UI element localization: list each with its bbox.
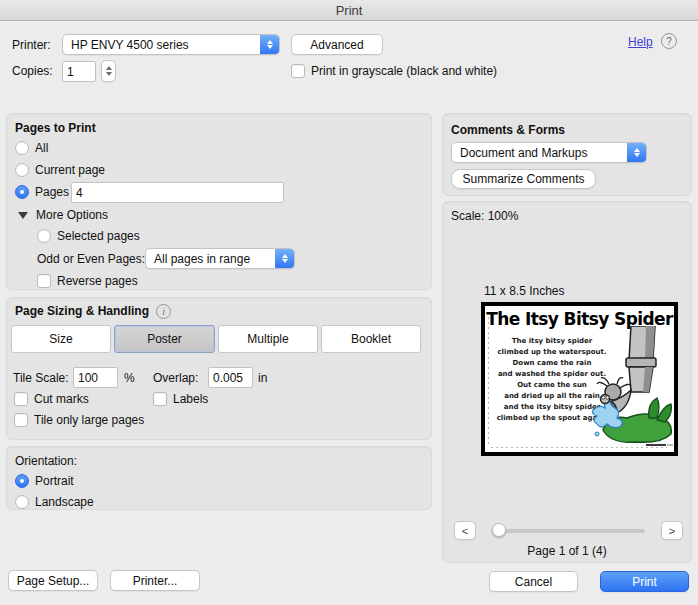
grayscale-label: Print in grayscale (black and white) [311,63,497,79]
overlap-input[interactable] [208,367,253,388]
multiple-button[interactable]: Multiple [218,325,318,353]
pages-to-print-title: Pages to Print [15,120,96,136]
page-preview: The Itsy Bitsy Spider The itsy bitsy spi… [481,302,678,456]
poster-credit-mark [646,444,666,446]
info-icon[interactable]: i [156,304,171,319]
stepper-up-icon [106,66,112,70]
help-link[interactable]: Help [628,34,653,50]
printer-label: Printer: [12,37,51,53]
tile-scale-input[interactable] [73,367,118,388]
summarize-comments-label: Summarize Comments [462,172,584,186]
preview-panel: Scale: 100% 11 x 8.5 Inches The Itsy Bit… [442,201,692,563]
reverse-pages-label: Reverse pages [57,273,138,289]
window-title: Print [336,3,363,18]
window-titlebar: Print [0,0,698,21]
comments-forms-title: Comments & Forms [451,122,565,138]
labels-row: Labels [153,391,208,407]
stepper-down-icon [106,72,112,76]
page-dimensions-label: 11 x 8.5 Inches [484,283,565,299]
orientation-panel: Orientation: Portrait Landscape [6,446,432,510]
labels-label: Labels [173,391,208,407]
copies-stepper[interactable] [101,60,116,82]
reverse-pages-checkbox[interactable] [37,274,51,288]
all-pages-row: All [15,140,48,156]
page-info: Page 1 of 1 (4) [443,543,691,559]
pages-row: Pages [15,184,69,200]
printer-button-label: Printer... [133,574,178,588]
tile-scale-label: Tile Scale: [13,370,69,386]
question-glyph: ? [666,36,672,47]
all-radio[interactable] [15,141,29,155]
cancel-button-label: Cancel [515,575,552,589]
poster-button-label: Poster [147,332,182,346]
portrait-radio[interactable] [15,474,29,488]
selected-pages-radio[interactable] [37,229,51,243]
printer-dropdown[interactable]: HP ENVY 4500 series [62,34,280,55]
cut-marks-label: Cut marks [34,391,89,407]
odd-even-label: Odd or Even Pages: [37,251,145,267]
landscape-label: Landscape [35,494,94,510]
reverse-pages-row: Reverse pages [37,273,138,289]
advanced-button-label: Advanced [310,38,363,52]
poster-credit-mark-light [667,444,673,446]
page-setup-button[interactable]: Page Setup... [8,570,98,591]
booklet-button[interactable]: Booklet [321,325,421,353]
help-question-icon[interactable]: ? [661,33,677,49]
size-button[interactable]: Size [11,325,111,353]
current-page-row: Current page [15,162,105,178]
info-glyph: i [162,306,165,317]
overlap-unit: in [258,370,267,386]
poster-button[interactable]: Poster [114,325,215,353]
grayscale-checkbox[interactable] [291,64,305,78]
advanced-button[interactable]: Advanced [291,34,383,55]
more-options-label: More Options [36,207,108,223]
current-page-radio[interactable] [15,163,29,177]
labels-checkbox[interactable] [153,392,167,406]
overlap-label: Overlap: [153,370,198,386]
cancel-button[interactable]: Cancel [489,571,578,592]
previous-page-button[interactable]: < [454,521,476,540]
portrait-label: Portrait [35,473,74,489]
print-button[interactable]: Print [600,571,689,592]
pages-range-input[interactable] [71,182,284,203]
tile-only-label: Tile only large pages [34,412,144,428]
copies-label: Copies: [12,63,53,79]
comments-forms-dropdown[interactable]: Document and Markups [451,142,647,163]
page-sizing-panel: Page Sizing & Handling i Size Poster Mul… [6,297,432,440]
print-button-label: Print [632,575,657,589]
page-slider-knob[interactable] [492,523,506,537]
pages-radio[interactable] [15,185,29,199]
page-slider-track[interactable] [491,529,645,533]
prev-arrow-icon: < [462,525,468,537]
comments-forms-dropdown-value: Document and Markups [452,146,627,160]
tile-only-checkbox[interactable] [14,413,28,427]
comments-forms-panel: Comments & Forms Document and Markups Su… [442,113,692,196]
odd-even-dropdown[interactable]: All pages in range [145,248,295,269]
more-options-row[interactable]: More Options [18,207,108,223]
cut-marks-checkbox[interactable] [14,392,28,406]
all-label: All [35,140,48,156]
copies-input[interactable] [62,61,96,82]
tile-only-row: Tile only large pages [14,412,144,428]
current-page-label: Current page [35,162,105,178]
portrait-row: Portrait [15,473,74,489]
selected-pages-row: Selected pages [37,228,140,244]
page-sizing-header-row: Page Sizing & Handling i [15,303,171,319]
printer-button[interactable]: Printer... [110,570,200,591]
scale-label: Scale: 100% [451,208,518,224]
dropdown-stepper-icon [627,143,646,162]
page-sizing-title: Page Sizing & Handling [15,303,149,319]
tile-scale-unit: % [124,370,135,386]
size-button-label: Size [49,332,72,346]
landscape-radio[interactable] [15,495,29,509]
pages-to-print-panel: Pages to Print All Current page Pages Mo… [6,113,432,290]
printer-dropdown-value: HP ENVY 4500 series [63,38,260,52]
next-arrow-icon: > [669,525,675,537]
booklet-button-label: Booklet [351,332,391,346]
odd-even-dropdown-value: All pages in range [146,252,275,266]
selected-pages-label: Selected pages [57,228,140,244]
next-page-button[interactable]: > [661,521,683,540]
orientation-title: Orientation: [15,453,77,469]
summarize-comments-button[interactable]: Summarize Comments [451,169,596,189]
grayscale-row: Print in grayscale (black and white) [291,63,497,79]
